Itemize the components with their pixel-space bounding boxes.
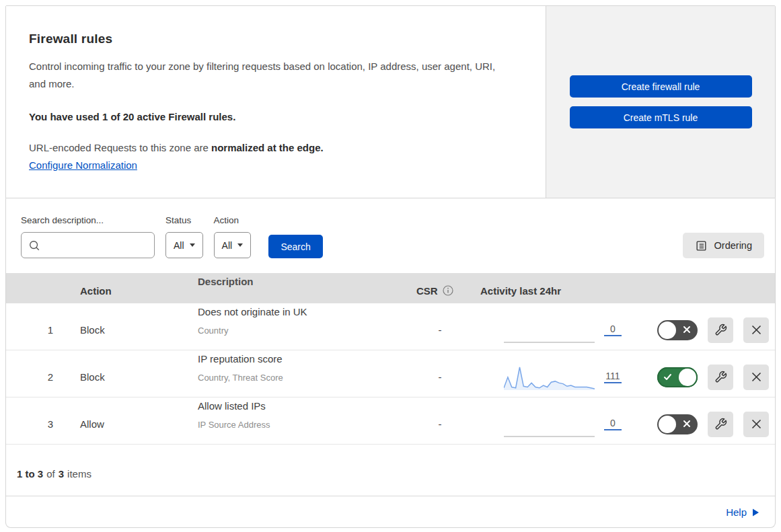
search-label: Search description... (21, 215, 155, 225)
rule-enabled-toggle[interactable] (657, 414, 698, 434)
help-link-label: Help (726, 506, 747, 518)
rule-enabled-toggle[interactable] (657, 320, 698, 340)
rule-csr-value: - (400, 324, 480, 336)
edit-rule-button[interactable] (708, 412, 733, 437)
search-input[interactable] (45, 240, 147, 251)
items-of: of (46, 468, 55, 480)
chevron-down-icon (190, 243, 195, 247)
wrench-icon (714, 324, 727, 336)
wrench-icon (714, 418, 727, 430)
filter-bar: Search description... Status All Action (6, 198, 775, 273)
page-description: Control incoming traffic to your zone by… (29, 58, 508, 93)
rule-fields: Country (198, 324, 400, 338)
rule-controls-cell (648, 317, 775, 343)
help-row: Help (6, 496, 775, 528)
ordering-list-icon (695, 239, 708, 252)
items-label: items (67, 468, 91, 480)
ordering-button-label: Ordering (714, 240, 752, 251)
create-mtls-rule-button[interactable]: Create mTLS rule (570, 106, 752, 128)
items-total: 3 (59, 468, 64, 480)
rule-fields: IP Source Address (198, 418, 400, 432)
status-filter-dropdown[interactable]: All (165, 232, 203, 258)
normalization-note-text: URL-encoded Requests to this zone are (29, 142, 211, 153)
rule-controls-cell (648, 365, 775, 390)
action-filter-label: Action (214, 215, 252, 225)
toggle-knob (659, 416, 676, 433)
delete-rule-button[interactable] (743, 317, 769, 343)
status-filter-label: Status (165, 215, 203, 225)
rule-csr-value: - (400, 418, 480, 430)
activity-count-link[interactable]: 0 (604, 418, 622, 430)
usage-summary: You have used 1 of 20 active Firewall ru… (29, 111, 519, 122)
rule-activity-cell: 0 (480, 410, 648, 439)
arrow-right-icon (753, 508, 759, 517)
action-filter-dropdown[interactable]: All (214, 232, 252, 258)
rule-fields: Country, Threat Score (198, 371, 400, 385)
search-icon (28, 239, 40, 252)
intro-card: Firewall rules Control incoming traffic … (6, 6, 546, 198)
column-csr: CSR (400, 285, 480, 297)
check-icon (663, 373, 672, 381)
column-csr-label: CSR (416, 285, 438, 297)
activity-sparkline (504, 363, 595, 391)
close-icon (751, 371, 762, 383)
header-section: Firewall rules Control incoming traffic … (5, 5, 776, 198)
table-row: 3 Allow Allow listed IPs IP Source Addre… (6, 397, 775, 445)
search-input-wrapper[interactable] (21, 232, 155, 258)
toggle-knob (679, 369, 696, 386)
rule-description-cell: Allow listed IPs IP Source Address (184, 397, 400, 432)
activity-sparkline (504, 316, 595, 344)
rule-action: Block (67, 371, 184, 383)
rule-csr-value: - (400, 371, 480, 383)
action-filter-value: All (222, 240, 233, 251)
rule-description-cell: IP reputation score Country, Threat Scor… (184, 350, 400, 385)
rules-table: Action Description CSR Activity last 24h… (6, 273, 775, 445)
rule-priority: 1 (6, 324, 67, 336)
rule-priority: 2 (6, 371, 67, 383)
search-button[interactable]: Search (268, 235, 323, 258)
column-action: Action (67, 285, 184, 297)
page-title: Firewall rules (29, 32, 519, 46)
table-row: 2 Block IP reputation score Country, Thr… (6, 350, 775, 397)
x-icon (683, 420, 691, 428)
status-filter-value: All (174, 240, 184, 251)
create-firewall-rule-button[interactable]: Create firewall rule (570, 75, 752, 98)
activity-count-link[interactable]: 111 (604, 371, 622, 383)
column-activity: Activity last 24hr (480, 285, 648, 297)
edit-rule-button[interactable] (708, 365, 733, 390)
firewall-rules-page: Firewall rules Control incoming traffic … (5, 5, 776, 528)
rule-enabled-toggle[interactable] (657, 367, 698, 387)
configure-normalization-link[interactable]: Configure Normalization (29, 159, 137, 171)
rule-activity-cell: 0 (480, 316, 648, 344)
normalization-note-bold: normalized at the edge. (211, 142, 324, 153)
toggle-knob (659, 321, 676, 339)
close-icon (751, 324, 762, 336)
edit-rule-button[interactable] (708, 317, 733, 343)
rule-description-cell: Does not originate in UK Country (184, 303, 400, 338)
activity-count-link[interactable]: 0 (604, 324, 622, 336)
pagination-summary: 1 to 3 of 3 items (6, 445, 775, 496)
wrench-icon (714, 371, 727, 383)
delete-rule-button[interactable] (743, 365, 769, 390)
rule-description: IP reputation score (198, 350, 400, 368)
rule-description: Allow listed IPs (198, 397, 400, 415)
ordering-button[interactable]: Ordering (683, 233, 764, 258)
actions-panel: Create firewall rule Create mTLS rule (546, 6, 775, 198)
info-icon[interactable] (443, 285, 453, 296)
rules-list-card: Search description... Status All Action (5, 198, 776, 528)
help-link[interactable]: Help (726, 506, 759, 518)
items-range: 1 to 3 (17, 468, 43, 480)
normalization-note: URL-encoded Requests to this zone are no… (29, 142, 519, 153)
rule-controls-cell (648, 412, 775, 437)
chevron-down-icon (237, 243, 243, 247)
rule-priority: 3 (6, 418, 67, 430)
rule-action: Block (67, 324, 184, 336)
delete-rule-button[interactable] (743, 412, 769, 437)
table-header-row: Action Description CSR Activity last 24h… (6, 273, 775, 303)
rule-activity-cell: 111 (480, 363, 648, 391)
x-icon (683, 326, 691, 334)
activity-sparkline (504, 410, 595, 439)
close-icon (751, 418, 762, 430)
table-row: 1 Block Does not originate in UK Country… (6, 303, 775, 350)
rule-description: Does not originate in UK (198, 303, 400, 321)
